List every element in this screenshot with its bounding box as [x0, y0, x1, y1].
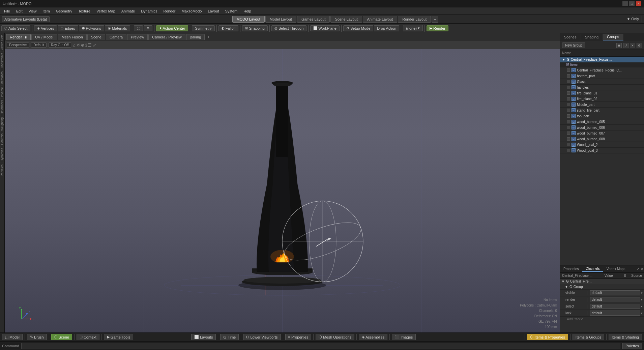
items-shading-button[interactable]: Items & Shading [609, 334, 642, 340]
prop-visible-dropdown-icon[interactable]: ▾ [641, 291, 643, 295]
scene-icon-1[interactable]: ◉ [616, 43, 622, 48]
action-center-button[interactable]: ✦ Action Center [156, 25, 188, 31]
palettes-button[interactable]: Palettes [622, 343, 642, 349]
shading-tab[interactable]: Shading [581, 34, 603, 40]
menu-maxtomode[interactable]: MaxToModo [179, 8, 205, 14]
prop-render-value[interactable]: default [590, 297, 640, 302]
prop-lock-value[interactable]: default [590, 311, 640, 316]
viewport-tab-preview[interactable]: Preview [127, 34, 148, 40]
prop-group-central[interactable]: ▼ G Central_Fire ... [560, 279, 644, 284]
materials-button[interactable]: ◉ Materials [105, 25, 130, 31]
refresh-icon[interactable]: ↺ [77, 43, 80, 48]
scene-item-0[interactable]: M Central_Fireplace_Focus_C... [560, 67, 644, 73]
scene-group-fireplace[interactable]: ▼ G Central_Fireplace_Focus ... [560, 57, 644, 62]
prop-select-value[interactable]: default [590, 304, 640, 309]
symmetry-button[interactable]: Symmetry [192, 25, 215, 31]
channels-tab[interactable]: Channels [582, 266, 603, 272]
menu-edit[interactable]: Edit [13, 8, 25, 14]
brush-tool-button[interactable]: ✎ Brush [27, 334, 47, 340]
menu-file[interactable]: File [1, 8, 13, 14]
scene-item-7[interactable]: M stand_fire_part [560, 108, 644, 113]
layouts-button[interactable]: ⬜ Layouts [191, 334, 216, 340]
scenes-tab[interactable]: Scenes [560, 34, 581, 40]
layout-tab-animate[interactable]: Animate Layout [363, 16, 397, 23]
menu-item[interactable]: Item [40, 8, 52, 14]
time-button[interactable]: ◷ Time [220, 334, 239, 340]
minimize-button[interactable]: ─ [622, 1, 628, 6]
items-groups-button[interactable]: Items & Groups [573, 334, 604, 340]
scene-icon-2[interactable]: ↺ [623, 43, 628, 48]
menu-help[interactable]: Help [241, 8, 254, 14]
scene-tool-button[interactable]: ⬡ Scene [51, 334, 72, 340]
viewport-tab-baking[interactable]: Baking [186, 34, 205, 40]
zoom-icon[interactable]: ⊕ [81, 43, 84, 48]
menu-layout[interactable]: Layout [205, 8, 222, 14]
scene-icon-3[interactable]: ✕ [630, 43, 635, 48]
none-dropdown[interactable]: (none) ▾ [403, 25, 423, 31]
layout-tab-games[interactable]: Games Layout [297, 16, 330, 23]
shading-button[interactable]: Default [31, 42, 47, 48]
info-icon[interactable]: ℹ [85, 43, 87, 48]
controls-strip[interactable]: Controls [0, 132, 4, 146]
groups-tab[interactable]: Groups [603, 34, 623, 40]
model-tool-button[interactable]: ⬚ Model [2, 334, 23, 340]
dynamics-strip[interactable]: Dynamics [0, 146, 4, 163]
layout-tab-model[interactable]: Model Layout [265, 16, 296, 23]
scene-item-1[interactable]: M bottom_part [560, 73, 644, 79]
vertices-button[interactable]: ◈ Vertices [34, 25, 57, 31]
viewport-tab-render-tri[interactable]: Render Tri [6, 34, 31, 40]
scene-item-10[interactable]: M wood_burned_006 [560, 125, 644, 130]
menu-dynamics[interactable]: Dynamics [138, 8, 160, 14]
vertex-maps-tab[interactable]: Vertex Maps [603, 266, 629, 271]
menu-animate[interactable]: Animate [119, 8, 138, 14]
viewport-tab-camera[interactable]: Camera [106, 34, 126, 40]
particles-strip[interactable]: Particles [0, 163, 4, 178]
assemblies-button[interactable]: ◈ Assemblies [359, 334, 387, 340]
drop-action-button[interactable]: Drop Action [374, 25, 399, 31]
command-input[interactable] [21, 343, 621, 349]
prop-render-dropdown-icon[interactable]: ▾ [641, 298, 643, 301]
prop-select-dropdown-icon[interactable]: ▾ [641, 305, 643, 308]
viewport-tab-scene[interactable]: Scene [87, 34, 105, 40]
menu-texture[interactable]: Texture [76, 8, 93, 14]
3d-toggle-button[interactable]: ⬚ [134, 25, 143, 31]
viewport-tab-mesh-fusion[interactable]: Mesh Fusion [58, 34, 87, 40]
3d-viewport[interactable]: x y z No Items Polygons : Catmull-Clark … [5, 49, 560, 332]
scene-item-13[interactable]: M Wood_goal_2 [560, 142, 644, 148]
prop-options-icon[interactable]: ✕ [641, 267, 643, 271]
viewport-tab-add-button[interactable]: + [205, 34, 211, 40]
viewport-tab-uv-model[interactable]: UV / Model [31, 34, 57, 40]
perspective-button[interactable]: Perspective [7, 42, 29, 48]
scene-item-9[interactable]: M wood_burned_005 [560, 119, 644, 125]
select-through-button[interactable]: ◎ Select Through [271, 25, 306, 31]
images-button[interactable]: ⬛ Images [392, 334, 416, 340]
ray-gl-button[interactable]: Ray GL: Off [49, 42, 71, 48]
snapping-button[interactable]: ⊞ Snapping [242, 25, 268, 31]
polygons-button[interactable]: ⬟ Polygons [79, 25, 104, 31]
prop-lock-dropdown-icon[interactable]: ▾ [641, 312, 643, 315]
game-tools-button[interactable]: ▶ Game Tools [104, 334, 134, 340]
new-group-button[interactable]: New Group [562, 42, 585, 48]
only-button[interactable]: ★ Only [624, 16, 642, 22]
setup-mode-button[interactable]: ⚙ Setup Mode [343, 25, 373, 31]
home-icon[interactable]: ⌂ [73, 43, 76, 48]
mesh-operations-button[interactable]: ⬡ Mesh Operations [316, 334, 354, 340]
context-tool-button[interactable]: ⊞ Context [77, 334, 99, 340]
prop-subgroup[interactable]: ▼ G Group [560, 284, 644, 290]
viewport-tab-cam-preview[interactable]: Camera / Preview [148, 34, 185, 40]
prop-expand-icon[interactable]: ⤢ [637, 267, 639, 271]
scene-item-3[interactable]: M handles [560, 85, 644, 90]
layout-add-button[interactable]: + [432, 16, 438, 23]
layout-tab-modo[interactable]: MODO Layout [232, 16, 265, 23]
settings-icon[interactable]: ☰ [88, 43, 92, 48]
layout-tab-render[interactable]: Render Layout [398, 16, 431, 23]
prop-visible-value[interactable]: default [590, 290, 640, 295]
properties-tab[interactable]: Properties [560, 266, 582, 271]
scene-list[interactable]: ▼ G Central_Fireplace_Focus ... 15 Items… [560, 57, 644, 265]
scene-icon-4[interactable]: ⚙ [637, 43, 642, 48]
edges-button[interactable]: ◇ Edges [58, 25, 78, 31]
deformers-strip[interactable]: Deformers [0, 98, 4, 116]
menu-geometry[interactable]: Geometry [53, 8, 75, 14]
globe-button[interactable]: ⊕ [144, 25, 152, 31]
scene-item-11[interactable]: M wood_burned_007 [560, 130, 644, 136]
